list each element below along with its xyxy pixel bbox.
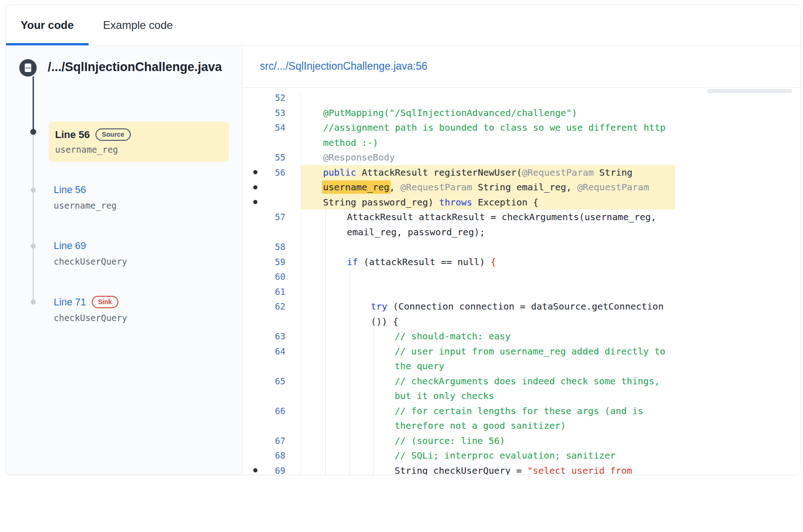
code-panel: src/.../SqlInjectionChallenge.java:56 52… [242,45,800,475]
line-gutter: 55 [242,150,301,165]
line-number: 60 [275,269,285,284]
line-gutter: 61 [242,284,301,299]
line-gutter: 63 [242,329,301,344]
flow-marker-dot [253,170,257,174]
code-line[interactable]: 53@PutMapping("/SqlInjectionAdvanced/cha… [242,105,800,121]
code-text: //assignment path is bounded to class so… [301,120,675,150]
code-line[interactable]: 59if (attackResult == null) { [242,255,800,270]
scrollbar-thumb[interactable] [707,89,792,93]
tab-example-code[interactable]: Example code [89,5,188,45]
step-head: Line 71Sink [54,295,127,309]
file-header: <> /.../SqlInjectionChallenge.java [6,45,242,77]
line-gutter: 57 [242,210,301,239]
indent-guide [325,239,326,255]
indent-guide [373,329,374,344]
code-line[interactable]: 66// for certain lengths for these args … [242,404,800,433]
timeline-line-lower [33,132,34,302]
main-content: <> /.../SqlInjectionChallenge.java Line … [6,45,800,475]
code-text: // for certain lengths for these args (a… [301,404,675,433]
tab-example-code-label: Example code [103,19,173,32]
timeline-dot-1 [30,129,36,135]
code-text: // checkArguments does indeed check some… [301,374,675,404]
code-line[interactable]: 67// (source: line 56) [242,433,800,449]
line-gutter: 56 [242,165,301,210]
line-gutter: 67 [242,433,301,449]
code-line[interactable]: 56public AttackResult registerNewUser(@R… [242,165,800,210]
code-text: // (source: line 56) [301,433,675,449]
indent-guide [325,255,326,270]
line-gutter: 69 [242,463,301,476]
line-number: 68 [275,448,285,463]
indent-guide [325,329,326,344]
code-line[interactable]: 65// checkArguments does indeed check so… [242,374,800,404]
dataflow-step[interactable]: Line 56Sourceusername_reg [49,122,229,162]
line-gutter: 58 [242,239,301,255]
line-number: 59 [275,255,285,270]
line-number: 53 [275,105,285,121]
line-gutter: 65 [242,374,301,404]
line-number: 63 [275,329,285,344]
indent-guide [325,433,326,449]
code-line[interactable]: 62try (Connection connection = dataSourc… [242,299,800,329]
dataflow-step[interactable]: Line 69checkUserQuery [54,239,127,266]
source-badge: Source [95,128,131,141]
code-line[interactable]: 69String checkUserQuery = "select userid… [242,463,800,476]
code-line[interactable]: 60 [242,269,800,284]
indent-guide [325,344,326,374]
line-gutter: 54 [242,120,301,150]
indent-guide [325,269,326,284]
code-text [301,284,675,299]
indent-guide [349,433,350,449]
code-line[interactable]: 68// SQLi; interproc evaluation; sanitiz… [242,448,800,463]
line-number: 67 [275,433,285,449]
line-gutter: 64 [242,344,301,374]
indent-guide [349,404,350,433]
code-lines: 5253@PutMapping("/SqlInjectionAdvanced/c… [242,88,800,475]
line-gutter: 53 [242,105,301,121]
indent-guide [325,210,326,239]
line-number: 55 [275,150,285,165]
line-gutter: 62 [242,299,301,329]
code-text: try (Connection connection = dataSource.… [301,299,675,329]
file-location-link[interactable]: src/.../SqlInjectionChallenge.java:56 [260,60,428,72]
indent-guide [325,448,326,463]
dataflow-step[interactable]: Line 56username_reg [54,183,117,211]
indent-guide [373,404,374,433]
line-number: 61 [275,284,285,299]
code-viewer-card: Your code Example code <> /.../SqlInject… [6,5,801,475]
indent-guide [325,404,326,433]
line-number: 64 [275,344,285,359]
code-text [301,269,675,284]
indent-guide [325,374,326,404]
indent-guide [349,329,350,344]
indent-guide [373,463,374,476]
line-number: 58 [275,239,285,255]
code-line[interactable]: 61 [242,284,800,299]
indent-guide [325,299,326,329]
line-gutter: 59 [242,255,301,270]
timeline-dot-3 [31,244,36,249]
step-symbol: checkUserQuery [54,256,127,266]
code-text: // should-match: easy [301,329,675,344]
line-number: 69 [275,463,285,476]
code-line[interactable]: 64// user input from username_reg added … [242,344,800,374]
code-line[interactable]: 58 [242,239,800,255]
code-text [301,90,675,105]
code-line[interactable]: 57AttackResult attackResult = checkArgum… [242,210,800,239]
dataflow-step[interactable]: Line 71SinkcheckUserQuery [54,295,127,323]
indent-guide [349,284,350,299]
line-number: 52 [275,90,285,105]
code-line[interactable]: 63// should-match: easy [242,329,800,344]
step-line-label: Line 71 [54,297,86,308]
tab-bar: Your code Example code [6,5,800,45]
line-gutter: 68 [242,448,301,463]
flow-marker-dot [253,468,257,472]
flow-marker-dot [253,185,257,189]
timeline-dot-4 [31,299,36,305]
step-symbol: username_reg [54,200,117,211]
tab-your-code[interactable]: Your code [6,5,89,45]
indent-guide [349,299,350,329]
dataflow-sidebar: <> /.../SqlInjectionChallenge.java Line … [6,45,242,475]
code-line[interactable]: 54//assignment path is bounded to class … [242,120,800,150]
code-line[interactable]: 55@ResponseBody [242,150,800,165]
